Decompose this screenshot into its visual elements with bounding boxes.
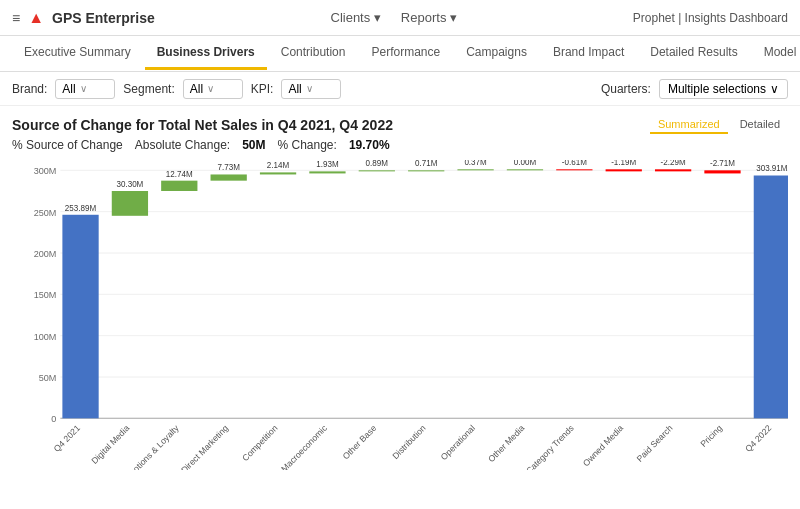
kpi-filter-select[interactable]: All ∨ (281, 79, 341, 99)
absolute-change-value: 50M (242, 138, 265, 152)
brand-filter-select[interactable]: All ∨ (55, 79, 115, 99)
header-right-info: Prophet | Insights Dashboard (633, 11, 788, 25)
bar-paid-search (655, 169, 691, 171)
svg-text:0.71M: 0.71M (415, 160, 438, 168)
x-label-q4-2022: Q4 2022 (743, 423, 773, 454)
waterfall-chart: .axis-label { font-size: 9px; fill: #666… (12, 160, 788, 470)
bar-category-trends (556, 169, 592, 170)
quarters-filter-value: Multiple selections (668, 82, 766, 96)
bar-q4-2021 (62, 215, 98, 419)
bar-direct-marketing (211, 174, 247, 180)
bar-operational (457, 169, 493, 170)
chart-header: Source of Change for Total Net Sales in … (12, 116, 788, 134)
svg-text:12.74M: 12.74M (166, 169, 193, 178)
pct-source-label: % Source of Change (12, 138, 123, 152)
tab-performance[interactable]: Performance (359, 37, 452, 70)
x-label-competition: Competition (240, 423, 279, 463)
svg-text:-1.19M: -1.19M (611, 160, 636, 167)
x-label-distribution: Distribution (390, 423, 427, 461)
svg-text:150M: 150M (34, 290, 57, 300)
quarters-filter-label: Quarters: (601, 82, 651, 96)
svg-text:0.00M: 0.00M (514, 160, 537, 167)
hamburger-menu-icon[interactable]: ≡ (12, 10, 20, 26)
brand-filter-label: Brand: (12, 82, 47, 96)
bar-competition (260, 172, 296, 174)
bar-promo-loyalty (161, 181, 197, 191)
svg-text:2.14M: 2.14M (267, 161, 290, 170)
svg-text:100M: 100M (34, 332, 57, 342)
reports-nav[interactable]: Reports ▾ (401, 10, 457, 25)
view-detailed-btn[interactable]: Detailed (732, 116, 788, 134)
brand-chevron-icon: ∨ (80, 83, 87, 94)
tab-brand-impact[interactable]: Brand Impact (541, 37, 636, 70)
svg-text:-2.71M: -2.71M (710, 160, 735, 168)
chart-title: Source of Change for Total Net Sales in … (12, 117, 393, 133)
logo-icon: ▲ (28, 9, 44, 27)
segment-filter-value: All (190, 82, 203, 96)
tab-campaigns[interactable]: Campaigns (454, 37, 539, 70)
pct-change-value: 19.70% (349, 138, 390, 152)
x-label-operational: Operational (439, 423, 477, 462)
view-summarized-btn[interactable]: Summarized (650, 116, 728, 134)
x-label-category-trends: Category Trends (524, 422, 576, 470)
bar-q4-2022 (754, 176, 788, 419)
bar-other-media (507, 169, 543, 170)
bar-other-base (359, 170, 395, 171)
bar-owned-media (606, 169, 642, 171)
segment-chevron-icon: ∨ (207, 83, 214, 94)
x-label-other-media: Other Media (486, 423, 526, 464)
svg-text:30.30M: 30.30M (116, 180, 143, 189)
svg-text:300M: 300M (34, 166, 57, 176)
svg-text:303.91M: 303.91M (756, 164, 788, 173)
svg-text:7.73M: 7.73M (217, 163, 240, 172)
svg-text:0.89M: 0.89M (366, 160, 389, 168)
svg-text:50M: 50M (39, 373, 57, 383)
app-title: GPS Enterprise (52, 10, 155, 26)
brand-filter-value: All (62, 82, 75, 96)
bar-digital-media (112, 191, 148, 216)
bar-macroeconomic (309, 171, 345, 173)
bar-distribution (408, 170, 444, 171)
svg-text:1.93M: 1.93M (316, 160, 339, 169)
kpi-chevron-icon: ∨ (306, 83, 313, 94)
kpi-filter-label: KPI: (251, 82, 274, 96)
x-label-digital-media: Digital Media (89, 423, 131, 466)
tab-executive-summary[interactable]: Executive Summary (12, 37, 143, 70)
filter-bar: Brand: All ∨ Segment: All ∨ KPI: All ∨ Q… (0, 72, 800, 106)
quarters-filter-select[interactable]: Multiple selections ∨ (659, 79, 788, 99)
clients-nav[interactable]: Clients ▾ (331, 10, 381, 25)
x-label-pricing: Pricing (698, 423, 724, 449)
quarters-chevron-icon: ∨ (770, 82, 779, 96)
tab-model-fit[interactable]: Model Fit (752, 37, 800, 70)
segment-filter-label: Segment: (123, 82, 174, 96)
main-content: Source of Change for Total Net Sales in … (0, 106, 800, 480)
header-nav: Clients ▾ Reports ▾ (331, 10, 458, 25)
chart-subtitle: % Source of Change Absolute Change: 50M … (12, 138, 788, 152)
x-label-q4-2021: Q4 2021 (52, 423, 82, 454)
pct-change-label: % Change: (278, 138, 337, 152)
kpi-filter-value: All (288, 82, 301, 96)
tab-business-drivers[interactable]: Business Drivers (145, 37, 267, 70)
svg-text:-2.29M: -2.29M (661, 160, 686, 167)
svg-text:-0.61M: -0.61M (562, 160, 587, 167)
svg-text:0: 0 (51, 414, 56, 424)
svg-text:250M: 250M (34, 208, 57, 218)
tab-detailed-results[interactable]: Detailed Results (638, 37, 749, 70)
x-label-other-base: Other Base (341, 423, 379, 462)
tab-contribution[interactable]: Contribution (269, 37, 358, 70)
x-label-macroeconomic: Macroeconomic (279, 422, 329, 470)
svg-text:0.37M: 0.37M (464, 160, 487, 167)
x-label-direct-marketing: Direct Marketing (179, 423, 230, 470)
chart-area: .axis-label { font-size: 9px; fill: #666… (12, 160, 788, 470)
bar-pricing (704, 170, 740, 173)
tab-bar: Executive Summary Business Drivers Contr… (0, 36, 800, 72)
absolute-change-label: Absolute Change: (135, 138, 230, 152)
svg-text:200M: 200M (34, 249, 57, 259)
view-toggle: Summarized Detailed (650, 116, 788, 134)
x-label-paid-search: Paid Search (635, 423, 675, 464)
svg-text:253.89M: 253.89M (65, 204, 97, 213)
segment-filter-select[interactable]: All ∨ (183, 79, 243, 99)
x-label-owned-media: Owned Media (581, 423, 625, 469)
